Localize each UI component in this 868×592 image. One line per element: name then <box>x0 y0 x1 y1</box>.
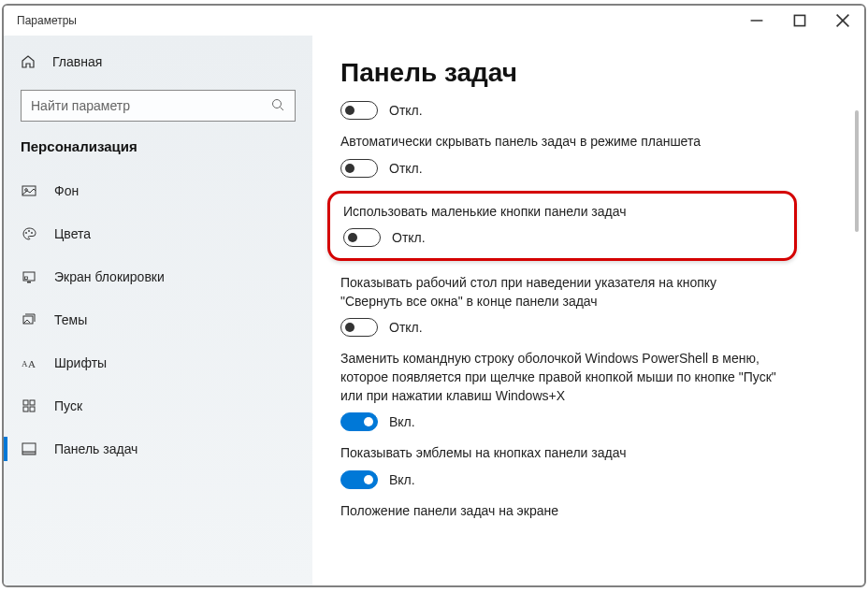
svg-point-8 <box>25 232 27 234</box>
toggle-state: Откл. <box>392 230 426 245</box>
scrollbar[interactable] <box>849 73 862 582</box>
sidebar-item-themes[interactable]: Темы <box>4 300 312 339</box>
toggle-switch[interactable] <box>340 159 378 178</box>
setting-row: Показывать рабочий стол при наведении ук… <box>340 274 836 337</box>
toggle-state: Откл. <box>389 320 423 335</box>
home-label: Главная <box>52 54 102 69</box>
page-title: Панель задач <box>340 58 836 88</box>
highlighted-setting: Использовать маленькие кнопки панели зад… <box>327 191 797 262</box>
setting-row: Откл. <box>340 101 836 120</box>
setting-label: Показывать рабочий стол при наведении ук… <box>340 274 780 310</box>
toggle-state: Вкл. <box>389 472 415 487</box>
svg-text:A: A <box>28 358 36 369</box>
settings-window: Параметры Главная Найти параметр Персона… <box>4 6 864 585</box>
taskbar-icon <box>21 441 37 456</box>
sidebar-item-colors[interactable]: Цвета <box>4 214 312 253</box>
setting-label: Использовать маленькие кнопки панели зад… <box>343 203 781 222</box>
titlebar: Параметры <box>4 6 864 36</box>
search-icon <box>270 97 285 115</box>
close-button[interactable] <box>821 6 864 36</box>
fonts-icon: AA <box>21 355 37 370</box>
svg-line-5 <box>281 107 284 110</box>
content: Панель задач Откл. Автоматически скрыват… <box>312 36 864 585</box>
svg-rect-18 <box>30 400 35 405</box>
toggle-switch[interactable] <box>340 318 378 337</box>
toggle-state: Откл. <box>389 161 423 176</box>
svg-rect-1 <box>794 15 804 25</box>
setting-label: Положение панели задач на экране <box>340 502 780 521</box>
sidebar-item-label: Цвета <box>54 226 91 241</box>
setting-row: Заменить командную строку оболочкой Wind… <box>340 350 836 431</box>
svg-rect-17 <box>23 400 28 405</box>
sidebar-home[interactable]: Главная <box>4 45 312 79</box>
minimize-button[interactable] <box>735 6 778 36</box>
sidebar-item-label: Шрифты <box>54 355 107 370</box>
setting-label: Автоматически скрывать панель задач в ре… <box>340 133 780 152</box>
toggle-switch[interactable] <box>340 470 378 489</box>
sidebar-item-lockscreen[interactable]: Экран блокировки <box>4 257 312 296</box>
sidebar-item-label: Пуск <box>54 398 82 413</box>
sidebar-item-label: Фон <box>54 183 79 198</box>
svg-rect-6 <box>22 186 36 195</box>
sidebar-item-fonts[interactable]: AA Шрифты <box>4 343 312 383</box>
svg-point-9 <box>28 230 30 232</box>
sidebar-section-title: Персонализация <box>4 138 312 167</box>
toggle-switch[interactable] <box>340 412 378 431</box>
svg-rect-19 <box>23 407 28 412</box>
svg-point-10 <box>31 232 33 234</box>
setting-label: Заменить командную строку оболочкой Wind… <box>340 350 780 405</box>
window-title: Параметры <box>17 14 77 27</box>
lockscreen-icon <box>21 269 37 284</box>
sidebar-item-label: Панель задач <box>54 441 137 456</box>
svg-rect-12 <box>27 282 31 283</box>
setting-row: Использовать маленькие кнопки панели зад… <box>343 203 781 248</box>
scroll-thumb[interactable] <box>855 110 859 232</box>
picture-icon <box>21 183 37 198</box>
toggle-switch[interactable] <box>340 101 378 120</box>
svg-rect-13 <box>25 277 28 280</box>
svg-text:A: A <box>22 359 28 368</box>
start-icon <box>21 398 37 413</box>
toggle-switch[interactable] <box>343 228 381 247</box>
sidebar-item-label: Экран блокировки <box>54 269 165 284</box>
sidebar-item-background[interactable]: Фон <box>4 171 312 210</box>
search-input[interactable]: Найти параметр <box>21 90 296 122</box>
setting-row: Положение панели задач на экране <box>340 502 836 521</box>
setting-row: Автоматически скрывать панель задач в ре… <box>340 133 836 178</box>
window-controls <box>735 6 864 36</box>
search-placeholder: Найти параметр <box>31 98 130 113</box>
sidebar-item-label: Темы <box>54 312 87 327</box>
sidebar: Главная Найти параметр Персонализация Фо… <box>4 36 312 585</box>
setting-label: Показывать эмблемы на кнопках панели зад… <box>340 444 780 463</box>
sidebar-item-start[interactable]: Пуск <box>4 386 312 426</box>
setting-row: Показывать эмблемы на кнопках панели зад… <box>340 444 836 489</box>
toggle-state: Откл. <box>389 103 423 118</box>
svg-rect-20 <box>30 407 35 412</box>
svg-point-4 <box>273 99 282 108</box>
toggle-state: Вкл. <box>389 414 415 429</box>
home-icon <box>21 54 37 69</box>
palette-icon <box>21 226 37 241</box>
sidebar-item-taskbar[interactable]: Панель задач <box>4 429 312 469</box>
themes-icon <box>21 312 37 327</box>
maximize-button[interactable] <box>778 6 821 36</box>
